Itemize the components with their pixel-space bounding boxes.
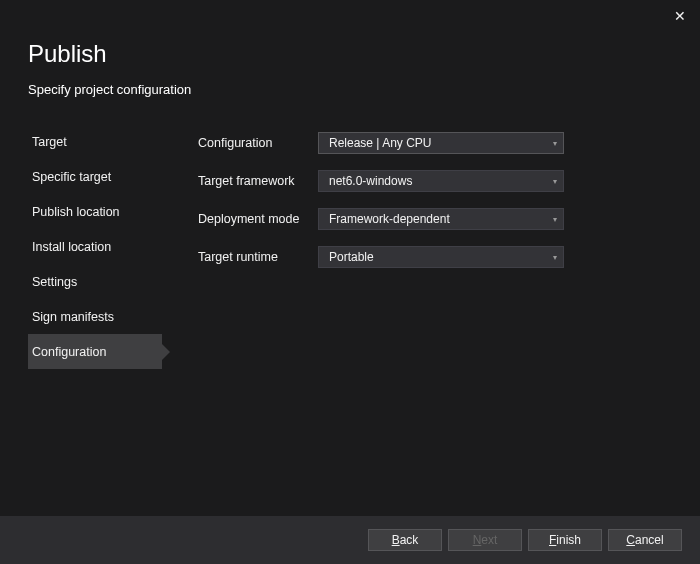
sidebar-item-sign-manifests[interactable]: Sign manifests [28,299,162,334]
configuration-form: Configuration Release | Any CPU ▾ Target… [198,124,672,504]
sidebar-item-label: Target [32,135,67,149]
wizard-steps-sidebar: Target Specific target Publish location … [28,124,162,504]
chevron-down-icon: ▾ [553,215,557,224]
header: Publish Specify project configuration [28,40,191,97]
target-framework-dropdown[interactable]: net6.0-windows ▾ [318,170,564,192]
cancel-button[interactable]: Cancel [608,529,682,551]
sidebar-item-label: Configuration [32,345,106,359]
next-button: Next [448,529,522,551]
field-row-target-runtime: Target runtime Portable ▾ [198,238,672,276]
close-button[interactable]: ✕ [670,6,690,26]
sidebar-item-install-location[interactable]: Install location [28,229,162,264]
sidebar-item-configuration[interactable]: Configuration [28,334,162,369]
sidebar-item-label: Publish location [32,205,120,219]
back-button[interactable]: Back [368,529,442,551]
chevron-down-icon: ▾ [553,177,557,186]
sidebar-item-settings[interactable]: Settings [28,264,162,299]
finish-button[interactable]: Finish [528,529,602,551]
target-runtime-dropdown[interactable]: Portable ▾ [318,246,564,268]
dropdown-value: Framework-dependent [329,212,450,226]
dropdown-value: net6.0-windows [329,174,412,188]
sidebar-item-publish-location[interactable]: Publish location [28,194,162,229]
field-row-deployment-mode: Deployment mode Framework-dependent ▾ [198,200,672,238]
sidebar-item-specific-target[interactable]: Specific target [28,159,162,194]
field-label: Deployment mode [198,212,318,226]
deployment-mode-dropdown[interactable]: Framework-dependent ▾ [318,208,564,230]
field-label: Target runtime [198,250,318,264]
page-title: Publish [28,40,191,68]
sidebar-item-target[interactable]: Target [28,124,162,159]
field-label: Configuration [198,136,318,150]
sidebar-item-label: Settings [32,275,77,289]
page-subtitle: Specify project configuration [28,82,191,97]
chevron-down-icon: ▾ [553,253,557,262]
sidebar-item-label: Sign manifests [32,310,114,324]
field-label: Target framework [198,174,318,188]
sidebar-item-label: Install location [32,240,111,254]
dropdown-value: Portable [329,250,374,264]
configuration-dropdown[interactable]: Release | Any CPU ▾ [318,132,564,154]
chevron-down-icon: ▾ [553,139,557,148]
close-icon: ✕ [674,8,686,24]
footer: Back Next Finish Cancel [0,516,700,564]
sidebar-item-label: Specific target [32,170,111,184]
dropdown-value: Release | Any CPU [329,136,432,150]
field-row-target-framework: Target framework net6.0-windows ▾ [198,162,672,200]
content: Target Specific target Publish location … [28,124,672,504]
field-row-configuration: Configuration Release | Any CPU ▾ [198,124,672,162]
